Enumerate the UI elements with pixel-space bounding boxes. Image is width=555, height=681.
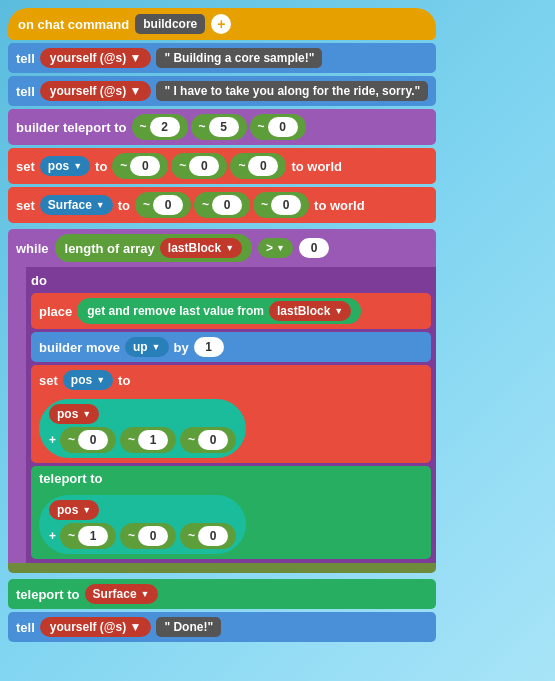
teleport-pos-label: teleport to — [39, 471, 103, 486]
setpos-x[interactable]: ~ 0 — [112, 153, 168, 179]
while-condition-prefix: length of array — [65, 241, 155, 256]
tell1-target[interactable]: yourself (@s) ▼ — [40, 48, 152, 68]
hat-value[interactable]: buildcore — [135, 14, 205, 34]
setsurface-label: set — [16, 198, 35, 213]
while-left-rail — [8, 267, 26, 563]
place-label: place — [39, 304, 72, 319]
builder-move-label: builder move — [39, 340, 120, 355]
teleport-pos-var-row: pos — [49, 500, 236, 520]
tell-done-message: " Done!" — [156, 617, 221, 637]
blocks-container: on chat command buildcore + tell yoursel… — [8, 8, 436, 642]
builder-move-dir[interactable]: up — [125, 337, 169, 357]
setpos2-to: to — [118, 373, 130, 388]
place-value: get and remove last value from lastBlock — [77, 298, 361, 324]
while-comparator[interactable]: > ▼ — [258, 238, 293, 258]
setpos2-x[interactable]: ~ 0 — [60, 427, 116, 453]
setpos2-nested: pos + ~ 0 ~ 1 ~ 0 — [39, 399, 246, 458]
hat-block[interactable]: on chat command buildcore + — [8, 8, 436, 40]
setpos-to: to — [95, 159, 107, 174]
setsurface-to: to — [118, 198, 130, 213]
teleport-pos-row1: teleport to — [39, 471, 103, 486]
teleport1-vals: ~ 2 ~ 5 ~ 0 — [132, 114, 306, 140]
setpos2-pos-var[interactable]: pos — [49, 404, 99, 424]
do-label: do — [31, 271, 431, 290]
tell2-target[interactable]: yourself (@s) ▼ — [40, 81, 152, 101]
setpos2-plus: + — [49, 433, 56, 447]
while-condition-var[interactable]: lastBlock — [160, 238, 242, 258]
setpos2-var[interactable]: pos — [63, 370, 113, 390]
setsurface-z[interactable]: ~ 0 — [253, 192, 309, 218]
hat-label: on chat command — [18, 17, 129, 32]
tell1-message: " Building a core sample!" — [156, 48, 322, 68]
while-comparator-symbol: > — [266, 241, 273, 255]
teleport-pos-math-row: + ~ 1 ~ 0 ~ 0 — [49, 523, 236, 549]
setsurface-x[interactable]: ~ 0 — [135, 192, 191, 218]
tell-done-label: tell — [16, 620, 35, 635]
set-pos-row1: set pos to — [39, 370, 130, 390]
teleport1-label: builder teleport to — [16, 120, 127, 135]
setsurface-world: to world — [314, 198, 365, 213]
builder-move-block[interactable]: builder move up by 1 — [31, 332, 431, 362]
setpos-label: set — [16, 159, 35, 174]
tell-block-1[interactable]: tell yourself (@s) ▼ " Building a core s… — [8, 43, 436, 73]
teleport1-z[interactable]: ~ 0 — [250, 114, 306, 140]
teleport-pos-block[interactable]: teleport to pos + ~ 1 ~ 0 ~ 0 — [31, 466, 431, 559]
do-wrapper: do place get and remove last value from … — [8, 267, 436, 563]
teleport-pos-plus: + — [49, 529, 56, 543]
setpos-y[interactable]: ~ 0 — [171, 153, 227, 179]
teleport-surface-var[interactable]: Surface — [85, 584, 158, 604]
tell1-label: tell — [16, 51, 35, 66]
setsurface-var[interactable]: Surface — [40, 195, 113, 215]
setsurface-vals: ~ 0 ~ 0 ~ 0 — [135, 192, 309, 218]
setpos-z[interactable]: ~ 0 — [230, 153, 286, 179]
builder-move-amount[interactable]: 1 — [194, 337, 224, 357]
do-content: do place get and remove last value from … — [26, 267, 436, 563]
setpos2-math-row: + ~ 0 ~ 1 ~ 0 — [49, 427, 236, 453]
while-compare-val[interactable]: 0 — [299, 238, 329, 258]
tell2-label: tell — [16, 84, 35, 99]
teleport-pos-x[interactable]: ~ 1 — [60, 523, 116, 549]
setpos2-pos-row: pos — [49, 404, 236, 424]
while-condition: length of array lastBlock — [55, 234, 253, 262]
while-label: while — [16, 241, 49, 256]
setpos2-label: set — [39, 373, 58, 388]
setpos-world: to world — [291, 159, 342, 174]
teleport-surface-label: teleport to — [16, 587, 80, 602]
place-prefix: get and remove last value from — [87, 304, 264, 318]
teleport-pos-var[interactable]: pos — [49, 500, 99, 520]
tell-block-2[interactable]: tell yourself (@s) ▼ " I have to take yo… — [8, 76, 436, 106]
place-block[interactable]: place get and remove last value from las… — [31, 293, 431, 329]
tell-done-target[interactable]: yourself (@s) ▼ — [40, 617, 152, 637]
teleport-pos-z[interactable]: ~ 0 — [180, 523, 236, 549]
place-var[interactable]: lastBlock — [269, 301, 351, 321]
while-comparator-arrow: ▼ — [276, 243, 285, 253]
teleport1-y[interactable]: ~ 5 — [191, 114, 247, 140]
builder-move-by: by — [174, 340, 189, 355]
tell-done-block[interactable]: tell yourself (@s) ▼ " Done!" — [8, 612, 436, 642]
set-surface-block[interactable]: set Surface to ~ 0 ~ 0 ~ 0 to world — [8, 187, 436, 223]
set-pos-to-block[interactable]: set pos to pos + ~ 0 ~ 1 ~ 0 — [31, 365, 431, 463]
setpos2-z[interactable]: ~ 0 — [180, 427, 236, 453]
teleport-pos-y[interactable]: ~ 0 — [120, 523, 176, 549]
teleport-pos-nested: pos + ~ 1 ~ 0 ~ 0 — [39, 495, 246, 554]
teleport1-x[interactable]: ~ 2 — [132, 114, 188, 140]
while-header[interactable]: while length of array lastBlock > ▼ 0 — [8, 229, 436, 267]
setpos2-y[interactable]: ~ 1 — [120, 427, 176, 453]
while-container: while length of array lastBlock > ▼ 0 do… — [8, 229, 436, 573]
setpos-vals: ~ 0 ~ 0 ~ 0 — [112, 153, 286, 179]
while-footer — [8, 563, 436, 573]
teleport-to-block[interactable]: builder teleport to ~ 2 ~ 5 ~ 0 — [8, 109, 436, 145]
setsurface-y[interactable]: ~ 0 — [194, 192, 250, 218]
add-button[interactable]: + — [211, 14, 231, 34]
tell2-message: " I have to take you along for the ride,… — [156, 81, 428, 101]
set-pos-block[interactable]: set pos to ~ 0 ~ 0 ~ 0 to world — [8, 148, 436, 184]
setpos-var[interactable]: pos — [40, 156, 90, 176]
teleport-surface-block[interactable]: teleport to Surface — [8, 579, 436, 609]
